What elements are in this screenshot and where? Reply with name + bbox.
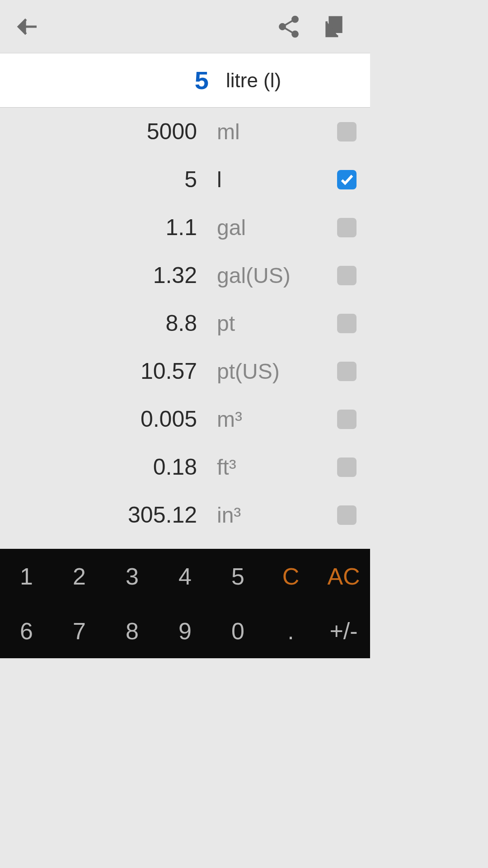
result-checkbox[interactable]: [337, 458, 357, 477]
key-xxx[interactable]: +/-: [317, 604, 370, 658]
result-row[interactable]: 5000ml: [0, 108, 370, 156]
result-unit: gal(US): [217, 263, 337, 288]
share-icon: [276, 14, 301, 39]
result-value: 1.32: [0, 262, 217, 288]
back-arrow-icon: [14, 14, 40, 39]
key-8[interactable]: 8: [106, 604, 159, 658]
result-unit: l: [217, 167, 337, 192]
result-row[interactable]: 8.8pt: [0, 299, 370, 347]
result-unit: pt: [217, 311, 337, 336]
result-row[interactable]: 305.12in³: [0, 491, 370, 539]
key-9[interactable]: 9: [159, 604, 211, 658]
result-checkbox[interactable]: [337, 122, 357, 142]
svg-point-2: [280, 24, 285, 29]
key-C[interactable]: C: [264, 549, 317, 604]
result-unit: ft³: [217, 455, 337, 480]
copy-icon: [321, 14, 347, 39]
input-unit: litre (l): [226, 69, 281, 92]
key-x[interactable]: .: [264, 604, 317, 658]
result-checkbox[interactable]: [337, 266, 357, 285]
result-value: 5000: [0, 118, 217, 145]
key-3[interactable]: 3: [106, 549, 159, 604]
svg-point-3: [292, 31, 298, 37]
result-row[interactable]: 1.1gal: [0, 203, 370, 251]
result-unit: pt(US): [217, 359, 337, 384]
result-unit: gal: [217, 215, 337, 240]
share-button[interactable]: [271, 13, 307, 40]
copy-button[interactable]: [316, 13, 352, 40]
result-row[interactable]: 0.18ft³: [0, 443, 370, 491]
key-7[interactable]: 7: [53, 604, 106, 658]
key-6[interactable]: 6: [0, 604, 53, 658]
key-0[interactable]: 0: [211, 604, 264, 658]
checkmark-icon: [339, 172, 355, 187]
result-value: 8.8: [0, 310, 217, 336]
back-button[interactable]: [14, 13, 41, 40]
svg-line-5: [285, 28, 292, 33]
key-AC[interactable]: AC: [317, 549, 370, 604]
svg-point-1: [292, 16, 298, 22]
toolbar: [0, 0, 370, 53]
result-value: 10.57: [0, 358, 217, 384]
svg-line-4: [285, 20, 292, 25]
result-row[interactable]: 10.57pt(US): [0, 347, 370, 395]
key-5[interactable]: 5: [211, 549, 264, 604]
input-value: 5: [14, 66, 226, 95]
result-checkbox[interactable]: [337, 505, 357, 525]
result-unit: in³: [217, 503, 337, 528]
result-checkbox[interactable]: [337, 170, 357, 189]
result-value: 0.18: [0, 454, 217, 480]
result-unit: m³: [217, 407, 337, 432]
result-unit: ml: [217, 119, 337, 144]
result-checkbox[interactable]: [337, 410, 357, 429]
result-row[interactable]: 5l: [0, 156, 370, 203]
keypad: 12345CAC67890.+/-: [0, 549, 370, 658]
key-1[interactable]: 1: [0, 549, 53, 604]
result-value: 5: [0, 166, 217, 193]
key-4[interactable]: 4: [159, 549, 211, 604]
result-row[interactable]: 1.32gal(US): [0, 251, 370, 299]
results-list: 5000ml5l1.1gal1.32gal(US)8.8pt10.57pt(US…: [0, 108, 370, 549]
result-row[interactable]: 0.005m³: [0, 395, 370, 443]
result-value: 0.005: [0, 406, 217, 432]
result-value: 305.12: [0, 502, 217, 528]
key-2[interactable]: 2: [53, 549, 106, 604]
result-checkbox[interactable]: [337, 314, 357, 333]
result-checkbox[interactable]: [337, 362, 357, 381]
result-checkbox[interactable]: [337, 218, 357, 237]
input-row[interactable]: 5 litre (l): [0, 53, 370, 108]
result-value: 1.1: [0, 214, 217, 241]
